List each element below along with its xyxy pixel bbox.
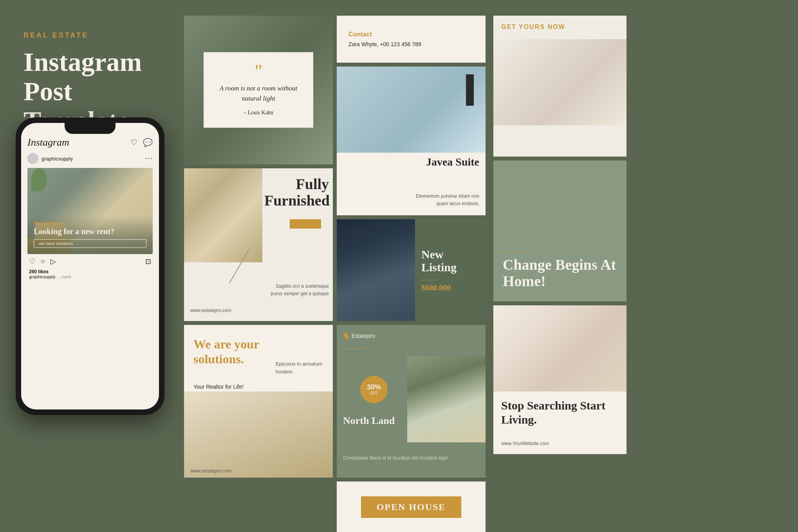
plant-leaf	[31, 168, 47, 191]
phone-outer: Instagram ♡ 💬 graphicsupply ···	[16, 117, 164, 415]
instagram-header: Instagram ♡ 💬	[27, 137, 153, 148]
caption-username: graphicsupply	[29, 274, 56, 279]
furnished-url: www.estatepro.com	[190, 308, 231, 313]
action-left: ♡ ○ ▷	[29, 257, 56, 266]
solutions-url: www.estatepro.com	[190, 468, 231, 474]
options-dots[interactable]: ···	[145, 155, 153, 163]
stop-url: www.YourWebsite.com	[501, 441, 549, 446]
getyours-label: GET YOURS NOW	[501, 23, 565, 31]
phone-actions: ♡ ○ ▷ ⊡	[27, 254, 153, 269]
solutions-img	[184, 391, 333, 478]
north-line	[343, 348, 367, 349]
likes-count: 260 likes	[27, 269, 153, 274]
javea-img	[337, 67, 486, 153]
more-link[interactable]: ... more	[57, 274, 71, 279]
listing-img	[337, 219, 415, 321]
listing-title: New Listing	[421, 248, 479, 274]
heart-icon[interactable]: ♡	[130, 138, 137, 147]
card-getyours: GET YOURS NOW	[493, 16, 626, 157]
message-icon[interactable]: 💬	[143, 138, 153, 147]
post-title: Looking for a new rent?	[34, 227, 146, 236]
stop-title: Stop Searching Start Living.	[501, 399, 626, 427]
card-furnished: Fully Furnished Sagittis orci a sceleris…	[184, 168, 333, 321]
comment-icon[interactable]: ○	[41, 257, 45, 266]
plants-bg	[407, 356, 486, 442]
badge-percent: 30%	[367, 384, 381, 391]
subtitle-label: REAL ESTATE	[23, 31, 153, 40]
phone-screen: Instagram ♡ 💬 graphicsupply ···	[21, 123, 159, 409]
card-contact: Contact Zara Whyte, +00 123 456 789	[337, 16, 486, 63]
furnished-subtitle: Sagittis orci a scelerisque purus semper…	[266, 283, 329, 298]
furnished-accent	[290, 219, 321, 229]
instagram-logo: Instagram	[27, 137, 69, 148]
card-stop: Stop Searching Start Living. www.YourWeb…	[493, 305, 626, 454]
caption: graphicsupply ... more	[27, 274, 153, 279]
room-bg	[337, 67, 486, 153]
solutions-right-text: Epicurus in armatum hostem.	[276, 360, 327, 375]
quote-author: – Louis Kahn	[218, 110, 299, 116]
post-overlay: ▣ Estatepro Looking for a new rent? we h…	[27, 215, 153, 254]
contact-label: Contact	[348, 31, 474, 38]
listing-line	[421, 280, 437, 280]
phone-mockup: Instagram ♡ 💬 graphicsupply ···	[16, 117, 164, 415]
north-img	[407, 356, 486, 442]
card-javea: Javea Suite Elementum pulvinar etiam non…	[337, 67, 486, 215]
solutions-title: We are your solutions.	[193, 337, 272, 367]
north-brand: Estatepro	[343, 333, 375, 339]
furniture-bg	[184, 168, 262, 262]
lamp-shape	[466, 74, 474, 106]
north-desc: Consectetur libero id et faucibus nisl t…	[343, 454, 448, 462]
post-user-row: graphicsupply ···	[27, 153, 153, 164]
furnished-title: Fully Furnished	[264, 176, 329, 209]
contact-info: Zara Whyte, +00 123 456 789	[348, 41, 474, 47]
north-title: North Land	[343, 415, 395, 427]
user-info: graphicsupply	[27, 153, 73, 164]
interior-bg	[493, 39, 626, 125]
post-brand: ▣ Estatepro	[34, 220, 146, 225]
listing-content: New Listing $600.000	[415, 219, 486, 321]
javea-title: Javea Suite	[426, 156, 479, 168]
javea-desc: Elementum pulvinar etiam non quam lacus …	[413, 193, 479, 207]
card-quote: " A room is not a room without natural l…	[184, 16, 333, 164]
north-brand-text: Estatepro	[352, 333, 375, 339]
post-username: graphicsupply	[42, 156, 73, 162]
north-badge: 30% OFF	[360, 376, 388, 403]
phone-notch	[65, 123, 116, 134]
badge-off: OFF	[370, 391, 378, 395]
post-image: ▣ Estatepro Looking for a new rent? we h…	[27, 168, 153, 254]
like-icon[interactable]: ♡	[29, 257, 35, 266]
stop-img	[493, 305, 626, 391]
share-icon[interactable]: ▷	[51, 257, 56, 266]
brand-icon: ▣	[34, 220, 38, 225]
living-bg	[493, 305, 626, 391]
card-change: Change Begins At Home!	[493, 161, 626, 301]
listing-price: $600.000	[421, 283, 479, 292]
save-icon[interactable]: ⊡	[145, 257, 151, 266]
instagram-icons: ♡ 💬	[130, 138, 153, 147]
room3-bg	[337, 219, 415, 321]
avatar	[27, 153, 38, 164]
solutions-subtitle: Your Realtor for Life!	[193, 384, 244, 390]
quote-text: A room is not a room without natural lig…	[218, 84, 299, 104]
change-line	[503, 252, 526, 252]
getyours-img	[493, 39, 626, 125]
card-solutions: We are your solutions. Your Realtor for …	[184, 325, 333, 478]
brand-icon	[343, 333, 349, 339]
card-north: Estatepro 30% OFF North Land Consectetur…	[337, 325, 486, 478]
shelf-bg	[184, 391, 333, 478]
card-open: OPEN HOUSE	[337, 482, 486, 532]
furnished-img	[184, 168, 262, 262]
post-button[interactable]: we have solutions	[34, 239, 146, 248]
quote-mark: "	[218, 64, 299, 79]
quote-box: " A room is not a room without natural l…	[204, 52, 313, 128]
open-house-label: OPEN HOUSE	[361, 496, 462, 518]
phone-content: Instagram ♡ 💬 graphicsupply ···	[21, 123, 159, 409]
card-listing: New Listing $600.000	[337, 219, 486, 321]
change-title: Change Begins At Home!	[503, 257, 617, 290]
